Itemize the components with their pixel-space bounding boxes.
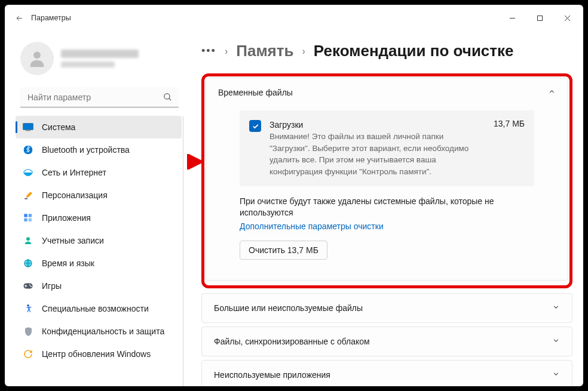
search-input[interactable] [20, 87, 179, 107]
nav-personalization[interactable]: Персонализация [16, 184, 182, 207]
nav-label: Специальные возможности [42, 304, 149, 313]
svg-rect-11 [24, 218, 27, 221]
back-button[interactable] [7, 6, 31, 30]
svg-rect-10 [29, 214, 32, 217]
nav-privacy[interactable]: Конфиденциальность и защита [16, 320, 182, 343]
update-icon [23, 349, 33, 359]
main-content: ••• › Память › Рекомендации по очистке В… [187, 31, 583, 386]
apps-icon [23, 213, 33, 223]
panel-title: Файлы, синхронизированные с облаком [214, 337, 370, 346]
panel-header[interactable]: Временные файлы [206, 78, 568, 107]
chevron-down-icon [552, 337, 560, 346]
nav-label: Персонализация [42, 190, 108, 200]
globe-icon [23, 258, 33, 269]
shield-icon [23, 326, 33, 337]
nav-accessibility[interactable]: Специальные возможности [16, 297, 182, 320]
svg-rect-8 [24, 198, 27, 199]
bluetooth-icon [23, 144, 33, 155]
nav-label: Игры [42, 281, 62, 291]
svg-point-2 [33, 51, 41, 59]
panel-header[interactable]: Файлы, синхронизированные с облаком [202, 327, 572, 356]
chevron-right-icon: › [225, 46, 228, 57]
chevron-up-icon [548, 88, 556, 97]
svg-point-19 [27, 304, 29, 306]
svg-rect-6 [26, 130, 30, 131]
item-title: Загрузки [270, 119, 485, 131]
nav-network[interactable]: Сеть и Интернет [16, 161, 182, 184]
close-button[interactable] [553, 8, 581, 27]
svg-point-13 [26, 237, 30, 241]
brush-icon [23, 190, 33, 201]
person-icon [23, 235, 33, 246]
window-title: Параметры [31, 14, 71, 22]
system-icon [23, 122, 33, 133]
checkbox-checked[interactable] [249, 120, 261, 132]
panel-header[interactable]: Большие или неиспользуемые файлы [202, 294, 572, 322]
avatar [20, 42, 54, 75]
nav-update[interactable]: Центр обновления Windows [16, 343, 182, 365]
breadcrumb: ••• › Память › Рекомендации по очистке [201, 42, 572, 60]
panel-title: Неиспользуемые приложения [214, 370, 330, 380]
panel-large-files: Большие или неиспользуемые файлы [201, 293, 572, 323]
clean-button[interactable]: Очистить 13,7 МБ [240, 241, 327, 260]
svg-rect-1 [537, 16, 542, 20]
arrow-annotation [187, 154, 204, 170]
nav-time[interactable]: Время и язык [16, 252, 182, 275]
game-icon [23, 281, 33, 291]
titlebar: Параметры [5, 5, 583, 31]
nav-system[interactable]: Система [16, 116, 182, 138]
nav-gaming[interactable]: Игры [16, 275, 182, 297]
downloads-item[interactable]: Загрузки Внимание! Это файлы из вашей ли… [240, 110, 534, 186]
nav-label: Система [42, 122, 75, 132]
sidebar: Система Bluetooth и устройства Сеть и Ин… [5, 31, 187, 386]
panel-cloud-files: Файлы, синхронизированные с облаком [201, 327, 572, 356]
panel-temp-files: Временные файлы Загрузки Внимание! Это ф… [206, 78, 568, 281]
svg-rect-5 [23, 124, 33, 130]
maximize-button[interactable] [526, 8, 553, 27]
accessibility-icon [23, 303, 33, 314]
svg-point-3 [164, 94, 170, 99]
highlight-annotation: Временные файлы Загрузки Внимание! Это ф… [201, 73, 572, 288]
panel-title: Временные файлы [218, 88, 293, 97]
search-icon [163, 92, 173, 104]
panel-unused-apps: Неиспользуемые приложения [201, 360, 572, 386]
panel-header[interactable]: Неиспользуемые приложения [202, 361, 572, 386]
breadcrumb-more[interactable]: ••• [201, 45, 216, 57]
nav-label: Учетные записи [42, 236, 104, 245]
nav-label: Время и язык [42, 258, 94, 268]
nav-accounts[interactable]: Учетные записи [16, 229, 182, 252]
profile[interactable] [16, 31, 183, 85]
chevron-down-icon [552, 370, 560, 380]
svg-point-18 [30, 286, 32, 287]
svg-rect-12 [29, 218, 32, 221]
chevron-right-icon: › [302, 46, 305, 57]
nav-bluetooth[interactable]: Bluetooth и устройства [16, 138, 182, 161]
item-size: 13,7 МБ [494, 119, 525, 178]
minimize-button[interactable] [498, 8, 526, 27]
nav-apps[interactable]: Приложения [16, 207, 182, 229]
nav-label: Bluetooth и устройства [42, 145, 130, 155]
svg-line-4 [169, 98, 171, 100]
svg-point-17 [29, 284, 30, 285]
nav-list: Система Bluetooth и устройства Сеть и Ин… [16, 116, 183, 386]
wifi-icon [23, 167, 33, 178]
nav-label: Конфиденциальность и защита [42, 327, 164, 336]
search-box[interactable] [20, 87, 179, 107]
page-title: Рекомендации по очистке [314, 42, 514, 60]
item-desc: Внимание! Это файлы из вашей личной папк… [270, 132, 468, 176]
advanced-link[interactable]: Дополнительные параметры очистки [240, 221, 534, 231]
breadcrumb-storage[interactable]: Память [236, 42, 293, 60]
cleanup-info: При очистке будут также удалены системны… [240, 196, 534, 219]
nav-label: Приложения [42, 213, 91, 223]
svg-rect-9 [24, 214, 27, 217]
panel-title: Большие или неиспользуемые файлы [214, 303, 363, 313]
nav-label: Центр обновления Windows [42, 349, 151, 359]
chevron-down-icon [552, 303, 560, 313]
nav-label: Сеть и Интернет [42, 168, 106, 177]
